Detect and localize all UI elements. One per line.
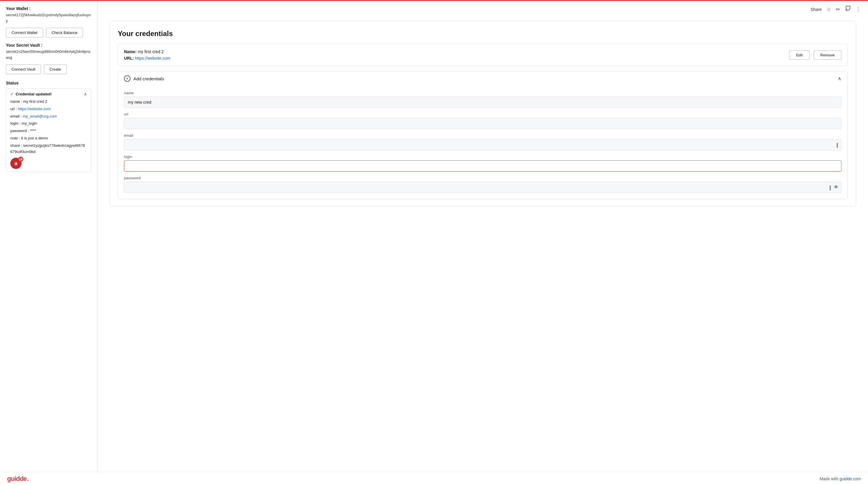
chevron-up-icon[interactable]: ∧: [84, 92, 87, 96]
form-group-password: password ‖ 👁: [124, 176, 841, 193]
footer: guidde . Made with guidde.com: [0, 472, 868, 485]
status-item-url: url : https://website.com: [10, 106, 87, 112]
add-credentials-section: + Add credentials ∧ name url: [118, 71, 848, 199]
password-input[interactable]: [124, 182, 841, 193]
url-input[interactable]: [124, 118, 841, 129]
status-note-value: It is just a demo: [21, 136, 48, 140]
star-icon[interactable]: ☆: [826, 6, 831, 13]
wallet-btn-row: Connect Wallet Check Balance: [6, 28, 91, 37]
wallet-label: Your Wallet :: [6, 6, 91, 11]
footer-logo-text: guidde: [7, 475, 27, 483]
sidebar: Your Wallet : secret172j5kfvwkudzl2cpxtm…: [0, 1, 97, 472]
email-input-icon: ‖: [836, 142, 838, 148]
status-share-value: secret1yzjpzjks776wkxtrcagywt6678679cdf3…: [10, 143, 85, 154]
form-group-email: email ‖: [124, 133, 841, 150]
footer-right: Made with guidde.com: [819, 477, 861, 481]
credentials-panel: Your credentials Name: my first cred 2 U…: [109, 21, 856, 207]
status-item-share: share : secret1yzjpzjks776wkxtrcagywt667…: [10, 143, 87, 155]
status-item-note: note : It is just a demo: [10, 135, 87, 142]
form-label-url: url: [124, 112, 841, 116]
check-balance-button[interactable]: Check Balance: [46, 28, 83, 37]
credential-info: Name: my first cred 2 URL: https://websi…: [124, 49, 170, 61]
credential-name: Name: my first cred 2: [124, 49, 170, 54]
checkmark-icon: ✓: [10, 92, 14, 96]
status-login-value: my_login: [22, 121, 37, 125]
credential-url-label: URL:: [124, 56, 134, 61]
main-content: Share ☆ ✏ ⋮ Your credentials Name: my fi…: [97, 1, 868, 472]
vault-label: Your Secret Vault :: [6, 43, 91, 48]
add-credentials-form: name url email ‖: [118, 86, 847, 199]
credential-name-label: Name:: [124, 49, 137, 54]
password-toggle-icon[interactable]: ‖: [829, 185, 831, 190]
avatar-badge: 19: [18, 156, 23, 162]
header-actions: Share ☆ ✏ ⋮: [811, 6, 861, 13]
wallet-address: secret172j5kfvwkudzl2cpxtmdy5pxes8azqfuu…: [6, 12, 91, 24]
github-icon[interactable]: [845, 6, 851, 13]
share-label[interactable]: Share: [811, 7, 822, 12]
form-group-url: url: [124, 112, 841, 129]
credential-url: URL: https://website.com: [124, 56, 170, 61]
vault-address: secret1n2faev50meug48l6sn0h0m6k4ykj2dn9p…: [6, 49, 91, 60]
status-card-title-row: ✓ Credential updated!: [10, 92, 52, 96]
form-group-name: name: [124, 91, 841, 108]
status-section: Status ✓ Credential updated! ∧ name : my…: [6, 81, 91, 172]
status-item-email: email : my_email@org.com: [10, 114, 87, 120]
credential-actions: Edit Remove: [789, 51, 841, 60]
avatar[interactable]: a 19: [10, 158, 22, 169]
credential-name-text: my first cred 2: [138, 49, 164, 54]
more-icon[interactable]: ⋮: [856, 6, 861, 13]
add-credentials-label: Add credentials: [133, 76, 164, 81]
form-label-password: password: [124, 176, 841, 180]
avatar-row: a 19: [10, 158, 87, 169]
form-group-login: login: [124, 154, 841, 172]
status-email-link[interactable]: my_email@org.com: [23, 114, 57, 118]
status-item-name: name : my first cred 2: [10, 99, 87, 105]
password-eye-icon[interactable]: 👁: [834, 185, 838, 190]
status-item-password: password : ****: [10, 128, 87, 134]
name-input[interactable]: [124, 97, 841, 108]
login-input[interactable]: [124, 160, 841, 172]
status-name-value: my first cred 2: [23, 99, 47, 104]
email-input-wrapper: ‖: [124, 139, 841, 150]
form-label-email: email: [124, 133, 841, 138]
status-card-header: ✓ Credential updated! ∧: [10, 92, 87, 96]
credentials-title: Your credentials: [118, 30, 848, 38]
footer-logo-dot: .: [27, 475, 29, 483]
form-label-login: login: [124, 154, 841, 159]
credential-item: Name: my first cred 2 URL: https://websi…: [118, 44, 848, 66]
connect-wallet-button[interactable]: Connect Wallet: [6, 28, 43, 37]
plus-circle-icon: +: [124, 75, 130, 82]
footer-logo: guidde .: [7, 475, 29, 483]
create-button[interactable]: Create: [44, 64, 67, 74]
add-credentials-header[interactable]: + Add credentials ∧: [118, 71, 847, 86]
form-label-name: name: [124, 91, 841, 95]
status-title: Status: [6, 81, 91, 85]
footer-link[interactable]: guidde.com: [840, 477, 861, 481]
password-input-wrapper: ‖ 👁: [124, 182, 841, 193]
remove-button[interactable]: Remove: [814, 51, 841, 60]
edit-icon[interactable]: ✏: [836, 6, 840, 13]
edit-button[interactable]: Edit: [789, 51, 809, 60]
avatar-letter: a: [14, 160, 18, 166]
connect-vault-button[interactable]: Connect Vault: [6, 64, 41, 74]
add-credentials-header-left: + Add credentials: [124, 75, 164, 82]
status-card-title: Credential updated!: [16, 92, 52, 96]
credential-url-link[interactable]: https://website.com: [135, 56, 170, 61]
vault-btn-row: Connect Vault Create: [6, 64, 91, 74]
status-password-value: ****: [30, 128, 36, 133]
email-input[interactable]: [124, 139, 841, 150]
status-item-login: login : my_login: [10, 121, 87, 127]
status-card: ✓ Credential updated! ∧ name : my first …: [6, 88, 91, 172]
add-credentials-chevron-icon[interactable]: ∧: [838, 75, 841, 82]
status-url-link[interactable]: https://website.com: [18, 107, 51, 111]
